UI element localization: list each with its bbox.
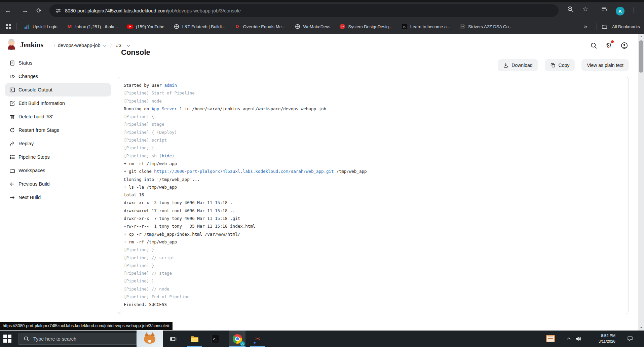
console-line: [Pipeline] // script	[124, 254, 629, 262]
browser-forward-button[interactable]: →	[19, 4, 31, 16]
chevron-down-icon[interactable]	[103, 44, 107, 48]
sidebar-item-replay[interactable]: Replay	[5, 137, 111, 150]
console-line: Running on App Server 1 in /home/sarah/j…	[124, 105, 629, 113]
page-scrollbar[interactable]: ▲ ▼	[638, 34, 644, 331]
console-line: total 16	[124, 191, 629, 199]
copy-icon	[550, 63, 556, 68]
sidebar-item-delete-build-3[interactable]: Delete build '#3'	[5, 110, 111, 123]
search-magnifier-icon	[24, 336, 29, 342]
site-settings-icon[interactable]	[55, 8, 61, 13]
tuf-dark-favicon-icon: TUF	[459, 24, 465, 30]
tray-hidden-icons-chevron[interactable]	[566, 336, 571, 341]
all-bookmarks-label[interactable]: All Bookmarks	[612, 24, 640, 29]
breadcrumb-job[interactable]: devops-webapp-job	[58, 43, 101, 48]
zoom-out-icon[interactable]	[567, 6, 574, 12]
jenkins-logo[interactable]	[6, 38, 17, 50]
jenkins-brand[interactable]: Jenkins	[20, 41, 43, 49]
console-line: [Pipeline] {	[124, 144, 629, 152]
console-toolbar: Download Copy View as plain text	[504, 59, 629, 71]
download-button[interactable]: Download	[498, 59, 538, 71]
url-host: 8080-port-plalqorx74l5zuxl.labs.kodeklou…	[65, 8, 167, 13]
console-line: + cp -r /tmp/web_app/index.html /var/www…	[124, 230, 629, 238]
bookmarks-overflow-chevron[interactable]: »	[584, 23, 587, 30]
bookmark-item[interactable]: TUF Strivers A2Z DSA Co...	[459, 24, 513, 30]
user-icon[interactable]	[621, 42, 628, 49]
scrollbar-down-arrow[interactable]: ▼	[638, 325, 644, 331]
trash-icon	[9, 114, 15, 120]
upskill-favicon-icon	[24, 24, 30, 30]
search-icon[interactable]	[590, 42, 597, 49]
bookmark-item[interactable]: M Inbox (1,251) - thakr...	[67, 24, 118, 30]
windows-start-button[interactable]	[3, 335, 12, 343]
browser-menu-icon[interactable]: ⋮	[631, 5, 636, 15]
page-title: Console	[121, 48, 150, 57]
console-link[interactable]: App Server 1	[152, 106, 182, 111]
sidebar-item-status[interactable]: Status	[5, 56, 111, 70]
breadcrumb-build[interactable]: #3	[116, 43, 121, 48]
url-path: /job/devops-webapp-job/3/console	[167, 8, 241, 13]
hide-link[interactable]: hide	[162, 153, 172, 158]
breadcrumb-separator: /	[54, 43, 55, 48]
terminal-button[interactable]: >_	[209, 331, 222, 347]
sidebar-item-pipeline-steps[interactable]: Pipeline Steps	[5, 150, 111, 164]
chrome-profile-badge: A	[240, 341, 245, 346]
task-view-button[interactable]	[166, 331, 180, 347]
bookmark-item[interactable]: r. Learn to become a...	[402, 24, 450, 30]
url-text: 8080-port-plalqorx74l5zuxl.labs.kodeklou…	[65, 8, 241, 13]
copy-button[interactable]: Copy	[545, 59, 575, 71]
action-center-icon[interactable]	[627, 336, 633, 342]
sidebar-item-console-output[interactable]: Console Output	[5, 83, 111, 97]
scrollbar-thumb[interactable]	[639, 40, 643, 73]
console-link[interactable]: https://3000-port-plalqorx74l5zuxl.labs.…	[154, 169, 334, 174]
sidebar-item-changes[interactable]: Changes	[5, 70, 111, 83]
globe-favicon-icon	[295, 24, 301, 30]
tray-widget-icon[interactable]	[546, 335, 555, 342]
search-highlight-fox-image[interactable]	[137, 331, 163, 347]
console-line: [Pipeline] }	[124, 246, 629, 254]
sidebar-item-previous-build[interactable]: Previous Build	[5, 177, 111, 191]
reading-list-icon[interactable]	[601, 6, 608, 12]
taskbar-search-box[interactable]: Type here to search	[18, 333, 137, 345]
tuf-favicon-icon: TUF	[339, 24, 345, 30]
browser-profile-avatar[interactable]: A	[616, 7, 624, 15]
chrome-button[interactable]: A	[229, 331, 245, 347]
sidebar-item-next-build[interactable]: Next Build	[5, 191, 111, 204]
bookmark-item[interactable]: D Override Equals Me...	[234, 24, 286, 30]
bookmark-item[interactable]: TUF System DesignDesig...	[339, 24, 392, 30]
bookmark-item[interactable]: Upskill Login	[24, 24, 58, 30]
address-bar[interactable]: 8080-port-plalqorx74l5zuxl.labs.kodeklou…	[49, 4, 559, 17]
view-plain-text-button[interactable]: View as plain text	[581, 59, 629, 71]
browser-reload-button[interactable]: ⟳	[33, 4, 45, 16]
sidebar-item-edit-build-information[interactable]: Edit Build Information	[5, 97, 111, 110]
file-explorer-button[interactable]	[187, 331, 202, 347]
arrow-right-icon	[9, 195, 15, 200]
youtube-favicon-icon	[127, 24, 133, 30]
restart-icon	[9, 127, 15, 133]
console-link[interactable]: admin	[164, 83, 177, 88]
bookmark-item[interactable]: WeMakeDevs	[295, 24, 331, 30]
roadmap-favicon-icon: r.	[402, 24, 408, 30]
steps-icon	[9, 154, 15, 160]
console-line: Started by user admin	[124, 81, 629, 89]
code-icon	[9, 74, 15, 79]
sidebar-item-workspaces[interactable]: Workspaces	[5, 164, 111, 177]
console-line: [Pipeline] sh (hide)	[124, 152, 629, 160]
console-line: [Pipeline] {	[124, 113, 629, 120]
apps-grid-icon[interactable]	[5, 24, 11, 30]
console-line: [Pipeline] Start of Pipeline	[124, 89, 629, 97]
clock-date: 3/11/2026	[589, 339, 615, 344]
d-red-favicon-icon: D	[234, 24, 240, 30]
gear-icon[interactable]: ⚙	[605, 42, 612, 49]
bookmark-item[interactable]: (159) YouTube	[127, 24, 164, 30]
console-line: Finished: SUCCESS	[124, 301, 629, 308]
sidebar-item-restart-from-stage[interactable]: Restart from Stage	[5, 123, 111, 137]
bookmark-item[interactable]: L&T Edutech | Buildi...	[174, 24, 225, 30]
console-line: drwxr-xr-x 3 tony tony 4096 Mar 11 15:18…	[124, 199, 629, 206]
taskbar-clock[interactable]: 8:52 PM 3/11/2026	[589, 333, 615, 344]
bookmark-star-icon[interactable]: ☆	[582, 6, 589, 12]
browser-back-button[interactable]: ←	[2, 4, 14, 16]
scrollbar-up-arrow[interactable]: ▲	[638, 34, 644, 39]
speaker-icon[interactable]	[575, 336, 581, 342]
snipping-tool-button[interactable]: ✂	[250, 331, 265, 347]
chevron-down-icon[interactable]	[126, 44, 131, 48]
